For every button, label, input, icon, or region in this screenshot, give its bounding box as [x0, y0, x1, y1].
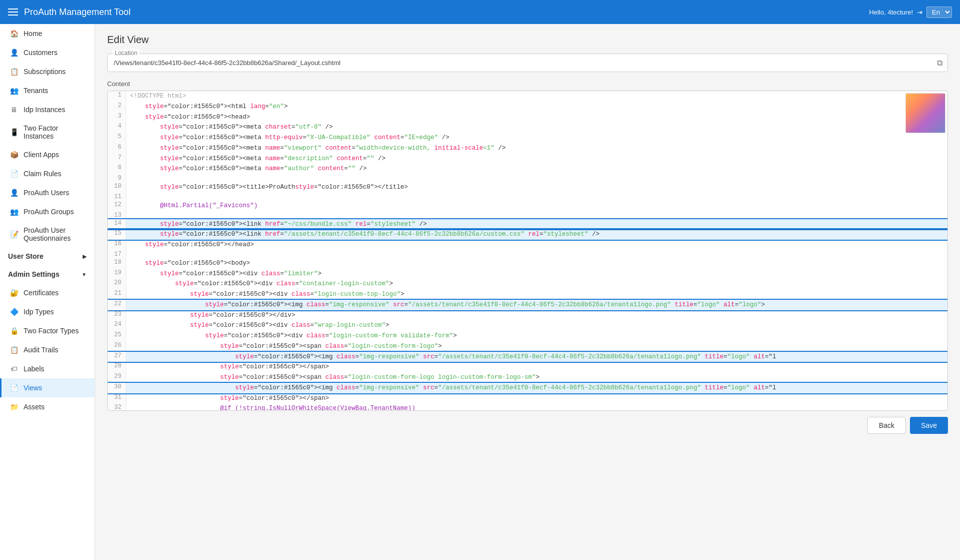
proauth-users-icon: 👤 — [10, 188, 19, 197]
idp-types-icon: 🔷 — [10, 307, 19, 316]
location-box: Location /Views/tenant/c35e41f0-8ecf-44c… — [107, 54, 948, 72]
sidebar-item-idp-instances[interactable]: 🖥 Idp Instances — [0, 100, 95, 119]
table-row: 19 style="color:#1565c0"><div class="lim… — [108, 269, 947, 279]
admin-settings-section[interactable]: Admin Settings ▼ — [0, 265, 95, 283]
sidebar-item-assets[interactable]: 📁 Assets — [0, 397, 95, 416]
sidebar-item-proauth-groups[interactable]: 👥 ProAuth Groups — [0, 202, 95, 221]
subscriptions-icon: 📋 — [10, 67, 19, 76]
copy-icon[interactable]: ⧉ — [937, 59, 942, 68]
two-factor-types-icon: 🔒 — [10, 326, 19, 335]
table-row: 17 — [108, 250, 947, 258]
language-select[interactable]: En De Fr — [926, 7, 952, 18]
user-greeting: Hello, 4tecture! — [869, 9, 913, 16]
sidebar-item-proauth-users[interactable]: 👤 ProAuth Users — [0, 183, 95, 202]
sidebar-item-home[interactable]: 🏠 Home — [0, 24, 95, 43]
sidebar-item-idp-types[interactable]: 🔷 Idp Types — [0, 302, 95, 321]
table-row: 15 style="color:#1565c0"><link href="/as… — [108, 229, 947, 240]
proauth-user-questionnaires-icon: 📝 — [10, 230, 19, 239]
code-preview-thumbnail — [905, 93, 945, 133]
main-content: Edit View Location /Views/tenant/c35e41f… — [95, 24, 960, 560]
sidebar-label-views: Views — [24, 384, 42, 392]
navbar-right: Hello, 4tecture! ⇥ En De Fr — [869, 7, 952, 18]
claim-rules-icon: 📄 — [10, 169, 19, 178]
proauth-groups-icon: 👥 — [10, 207, 19, 216]
tenants-icon: 👥 — [10, 86, 19, 95]
logout-icon[interactable]: ⇥ — [917, 9, 922, 16]
sidebar-item-subscriptions[interactable]: 📋 Subscriptions — [0, 62, 95, 81]
content-label: Content — [107, 80, 948, 88]
audit-trails-icon: 📋 — [10, 345, 19, 354]
back-button[interactable]: Back — [867, 417, 906, 434]
sidebar-label-proauth-users: ProAuth Users — [24, 189, 69, 197]
table-row: 1<!DOCTYPE html> — [108, 91, 947, 102]
code-table: 1<!DOCTYPE html>2 style="color:#1565c0">… — [108, 91, 947, 411]
hamburger-icon[interactable] — [8, 9, 18, 16]
sidebar-item-claim-rules[interactable]: 📄 Claim Rules — [0, 164, 95, 183]
labels-icon: 🏷 — [10, 364, 19, 373]
table-row: 22 style="color:#1565c0"><img class="img… — [108, 300, 947, 310]
sidebar-label-audit-trails: Audit Trails — [24, 346, 58, 354]
table-row: 20 style="color:#1565c0"><div class="con… — [108, 279, 947, 289]
table-row: 23 style="color:#1565c0"></div> — [108, 310, 947, 321]
sidebar-label-labels: Labels — [24, 365, 44, 373]
table-row: 24 style="color:#1565c0"><div class="wra… — [108, 320, 947, 331]
table-row: 16 style="color:#1565c0"></head> — [108, 240, 947, 250]
sidebar-item-tenants[interactable]: 👥 Tenants — [0, 81, 95, 100]
table-row: 21 style="color:#1565c0"><div class="log… — [108, 289, 947, 300]
sidebar-label-idp-types: Idp Types — [24, 308, 54, 316]
sidebar-item-proauth-user-questionnaires[interactable]: 📝 ProAuth User Questionnaires — [0, 221, 95, 247]
sidebar-item-labels[interactable]: 🏷 Labels — [0, 359, 95, 378]
table-row: 27 style="color:#1565c0"><img class="img… — [108, 352, 947, 362]
sidebar-item-audit-trails[interactable]: 📋 Audit Trails — [0, 340, 95, 359]
admin-settings-label: Admin Settings — [8, 270, 60, 278]
sidebar-item-client-apps[interactable]: 📦 Client Apps — [0, 145, 95, 164]
sidebar-item-two-factor-types[interactable]: 🔒 Two Factor Types — [0, 321, 95, 340]
sidebar: 🏠 Home 👤 Customers 📋 Subscriptions 👥 Ten… — [0, 24, 95, 560]
sidebar-item-certificates[interactable]: 🔐 Certificates — [0, 283, 95, 302]
sidebar-label-home: Home — [24, 30, 42, 38]
two-factor-instances-icon: 📱 — [10, 128, 19, 137]
table-row: 3 style="color:#1565c0"><head> — [108, 112, 947, 123]
navbar-left: ProAuth Management Tool — [8, 7, 131, 18]
table-row: 9 — [108, 174, 947, 182]
sidebar-label-customers: Customers — [24, 49, 58, 57]
sidebar-label-proauth-groups: ProAuth Groups — [24, 208, 74, 216]
table-row: 29 style="color:#1565c0"><span class="lo… — [108, 372, 947, 383]
table-row: 2 style="color:#1565c0"><html lang="en"> — [108, 102, 947, 112]
assets-icon: 📁 — [10, 402, 19, 411]
sidebar-label-two-factor-instances: Two Factor Instances — [24, 124, 87, 140]
sidebar-item-views[interactable]: 📄 Views — [0, 378, 95, 397]
table-row: 18 style="color:#1565c0"><body> — [108, 258, 947, 269]
table-row: 30 style="color:#1565c0"><img class="img… — [108, 383, 947, 393]
table-row: 8 style="color:#1565c0"><meta name="auth… — [108, 164, 947, 174]
table-row: 7 style="color:#1565c0"><meta name="desc… — [108, 154, 947, 164]
home-icon: 🏠 — [10, 29, 19, 38]
certificates-icon: 🔐 — [10, 288, 19, 297]
table-row: 6 style="color:#1565c0"><meta name="view… — [108, 143, 947, 154]
user-store-label: User Store — [8, 252, 44, 260]
location-path: /Views/tenant/c35e41f0-8ecf-44c4-86f5-2c… — [108, 54, 947, 72]
table-row: 14 style="color:#1565c0"><link href="~/c… — [108, 219, 947, 230]
code-editor[interactable]: 1<!DOCTYPE html>2 style="color:#1565c0">… — [107, 91, 948, 411]
table-row: 28 style="color:#1565c0"></span> — [108, 362, 947, 372]
save-button[interactable]: Save — [910, 417, 948, 434]
action-bar: Back Save — [107, 417, 948, 434]
table-row: 12 @Html.Partial("_Favicons") — [108, 201, 947, 211]
sidebar-label-subscriptions: Subscriptions — [24, 68, 66, 76]
app-body: 🏠 Home 👤 Customers 📋 Subscriptions 👥 Ten… — [0, 24, 960, 560]
table-row: 25 style="color:#1565c0"><div class="log… — [108, 331, 947, 341]
navbar: ProAuth Management Tool Hello, 4tecture!… — [0, 0, 960, 24]
sidebar-label-idp-instances: Idp Instances — [24, 106, 65, 114]
table-row: 5 style="color:#1565c0"><meta http-equiv… — [108, 133, 947, 143]
table-row: 32 @if (!string.IsNullOrWhiteSpace(ViewB… — [108, 403, 947, 411]
sidebar-label-assets: Assets — [24, 403, 45, 411]
sidebar-label-claim-rules: Claim Rules — [24, 170, 61, 178]
table-row: 4 style="color:#1565c0"><meta charset="u… — [108, 122, 947, 133]
table-row: 26 style="color:#1565c0"><span class="lo… — [108, 341, 947, 352]
sidebar-label-proauth-user-questionnaires: ProAuth User Questionnaires — [24, 226, 87, 242]
user-store-section[interactable]: User Store ▶ — [0, 247, 95, 265]
sidebar-item-two-factor-instances[interactable]: 📱 Two Factor Instances — [0, 119, 95, 145]
sidebar-item-customers[interactable]: 👤 Customers — [0, 43, 95, 62]
idp-instances-icon: 🖥 — [10, 105, 19, 114]
table-row: 31 style="color:#1565c0"></span> — [108, 393, 947, 404]
